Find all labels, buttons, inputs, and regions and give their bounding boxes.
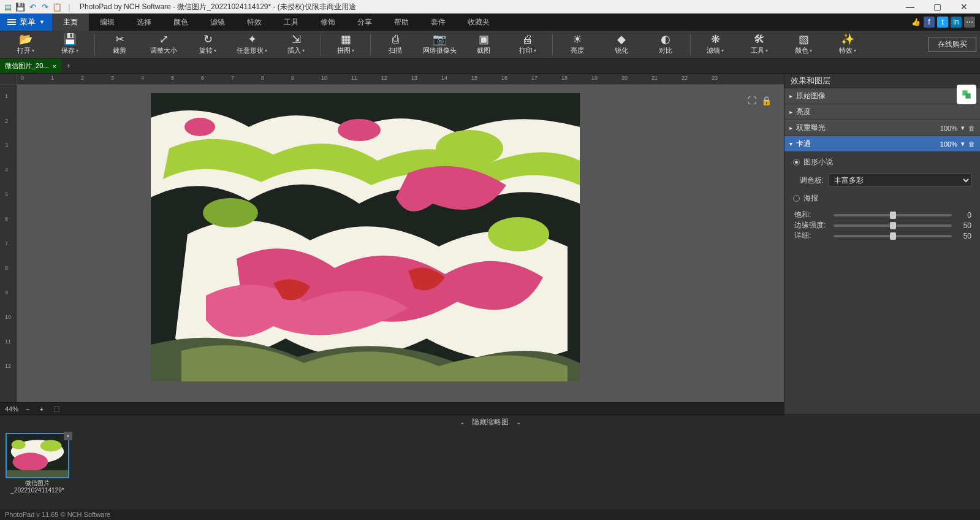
tool-保存[interactable]: 💾保存▾ [48, 31, 92, 58]
menu-套件[interactable]: 套件 [420, 13, 457, 31]
slider-thumb[interactable] [890, 212, 896, 219]
slider-饱和:: 饱和:0 [793, 210, 971, 220]
minimize-button[interactable]: — [897, 0, 924, 13]
menu-颜色[interactable]: 颜色 [162, 13, 199, 31]
lock-icon[interactable]: 🔒 [761, 96, 772, 105]
tool-插入[interactable]: ⇲插入▾ [274, 31, 318, 58]
tool-特效[interactable]: ✨特效▾ [826, 31, 870, 58]
menu-收藏夹[interactable]: 收藏夹 [457, 13, 501, 31]
layer-卡通[interactable]: ▾卡通100% ▾🗑 [784, 136, 980, 152]
tool-网络摄像头[interactable]: 📷网络摄像头 [417, 31, 462, 58]
slider-track[interactable] [834, 224, 952, 227]
chevron-icon: ▸ [789, 109, 792, 115]
tool-截图[interactable]: ▣截图 [462, 31, 506, 58]
menu-工具[interactable]: 工具 [273, 13, 310, 31]
poster-radio[interactable]: 海报 [793, 193, 971, 204]
slider-value: 50 [957, 232, 971, 240]
image[interactable] [151, 93, 580, 381]
trash-icon[interactable]: 🗑 [968, 140, 975, 148]
svg-point-1 [436, 130, 503, 167]
canvas[interactable]: ⛶ 🔒 [17, 85, 784, 402]
滤镜-icon: ❋ [711, 34, 720, 45]
trash-icon[interactable]: 🗑 [968, 124, 975, 132]
tool-调整大小[interactable]: ⤢调整大小 [142, 31, 186, 58]
add-tab-button[interactable]: + [61, 59, 76, 73]
qat-save-icon[interactable]: 💾 [15, 1, 26, 12]
特效-icon: ✨ [841, 34, 854, 45]
chevron-down-icon[interactable]: ⌄ [516, 419, 521, 426]
window-controls: — ▢ ✕ [897, 0, 978, 13]
zoom-out-button[interactable]: − [23, 405, 32, 413]
thumbnail-close-icon[interactable]: × [64, 432, 72, 440]
zoom-in-button[interactable]: + [37, 405, 45, 413]
app-badge[interactable] [957, 85, 976, 104]
tool-工具[interactable]: 🛠工具▾ [737, 31, 781, 58]
tool-打印[interactable]: 🖨打印▾ [506, 31, 550, 58]
tool-拼图[interactable]: ▦拼图▾ [324, 31, 368, 58]
tab-close-icon[interactable]: × [53, 63, 56, 70]
menu-帮助[interactable]: 帮助 [383, 13, 420, 31]
slider-track[interactable] [834, 214, 952, 216]
share-icon[interactable]: ⋯ [964, 17, 975, 28]
menu-滤镜[interactable]: 滤镜 [199, 13, 236, 31]
layer-双重曝光[interactable]: ▸双重曝光100% ▾🗑 [784, 120, 980, 136]
chevron-down-icon: ▾ [765, 48, 768, 53]
slider-thumb[interactable] [890, 232, 896, 240]
menu-特效[interactable]: 特效 [236, 13, 273, 31]
titlebar: ▤ 💾 ↶ ↷ 📋 | PhotoPad by NCH Software - 微… [0, 0, 980, 13]
toolbar-separator [370, 34, 371, 56]
chevron-down-icon: ▾ [32, 48, 34, 53]
thumbnail-bar-label: 隐藏缩略图 [472, 417, 509, 427]
slider-value: 0 [957, 211, 971, 220]
document-tab[interactable]: 微信图片_20... × [0, 59, 61, 73]
tool-扫描[interactable]: ⎙扫描 [373, 31, 417, 58]
亮度-icon: ☀ [572, 34, 582, 45]
layer-原始图像[interactable]: ▸原始图像 [784, 88, 980, 104]
对比-icon: ◐ [661, 34, 670, 45]
qat-undo-icon[interactable]: ↶ [27, 1, 38, 12]
linkedin-icon[interactable]: in [951, 17, 962, 28]
zoom-fit-button[interactable]: ⬚ [51, 405, 62, 413]
thumbnail[interactable]: × 微信图片 _20221024114129* [4, 433, 71, 494]
twitter-icon[interactable]: t [937, 17, 948, 28]
maximize-button[interactable]: ▢ [924, 0, 951, 13]
qat-new-icon[interactable]: ▤ [2, 1, 13, 12]
slider-thumb[interactable] [890, 222, 896, 229]
tool-裁剪[interactable]: ✂裁剪 [97, 31, 142, 58]
tool-锐化[interactable]: ◆锐化 [599, 31, 644, 58]
tool-亮度[interactable]: ☀亮度 [555, 31, 599, 58]
chevron-down-icon: ▾ [534, 48, 536, 53]
fullscreen-icon[interactable]: ⛶ [748, 96, 756, 105]
chevron-down-icon[interactable]: ▾ [961, 124, 965, 132]
slider-track[interactable] [834, 235, 952, 237]
tool-颜色[interactable]: ▧颜色▾ [781, 31, 826, 58]
effects-panel-header: 效果和图层 [784, 74, 980, 88]
tool-对比[interactable]: ◐对比 [644, 31, 688, 58]
layer-亮度[interactable]: ▸亮度 [784, 104, 980, 120]
chevron-down-icon[interactable]: ⌄ [460, 419, 465, 426]
chevron-down-icon: ▾ [810, 48, 812, 53]
qat-paste-icon[interactable]: 📋 [51, 1, 63, 12]
palette-select[interactable]: 丰富多彩 [829, 174, 971, 187]
menu-主页[interactable]: 主页 [52, 13, 89, 31]
menu-选择[interactable]: 选择 [126, 13, 162, 31]
main-menu-button[interactable]: 菜单 ▼ [0, 13, 52, 31]
tool-label: 扫描 [389, 46, 402, 55]
tool-滤镜[interactable]: ❋滤镜▾ [693, 31, 737, 58]
menu-分享[interactable]: 分享 [346, 13, 383, 31]
qat-redo-icon[interactable]: ↷ [39, 1, 50, 12]
graphic-novel-radio[interactable]: 图形小说 [793, 157, 971, 167]
close-button[interactable]: ✕ [951, 0, 978, 13]
menu-修饰[interactable]: 修饰 [310, 13, 346, 31]
tool-旋转[interactable]: ↻旋转▾ [186, 31, 230, 58]
like-icon[interactable]: 👍 [910, 17, 921, 28]
tool-打开[interactable]: 📂打开▾ [4, 31, 48, 58]
quick-access: ▤ 💾 ↶ ↷ 📋 | [2, 1, 75, 12]
facebook-icon[interactable]: f [924, 17, 935, 28]
menu-编辑[interactable]: 编辑 [89, 13, 126, 31]
toolbar-separator [321, 34, 321, 56]
chevron-down-icon[interactable]: ▾ [961, 140, 965, 148]
tool-任意形状[interactable]: ✦任意形状▾ [230, 31, 274, 58]
chevron-down-icon: ▾ [265, 48, 267, 53]
buy-online-button[interactable]: 在线购买 [929, 37, 976, 52]
